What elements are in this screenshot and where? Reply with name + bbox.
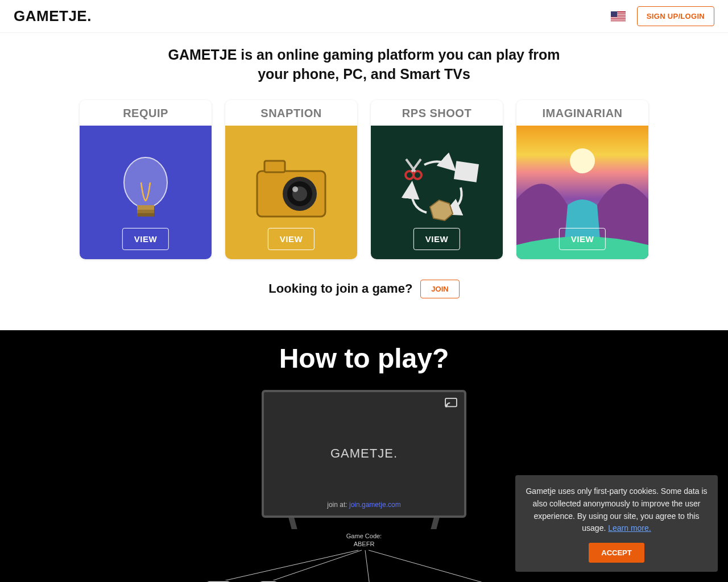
view-button[interactable]: VIEW [268,228,315,250]
game-card-snaption[interactable]: SNAPTION VIEW [225,100,357,259]
header-right: SIGN UP/LOGIN [611,6,714,26]
svg-rect-17 [454,161,479,182]
game-card-imaginarian[interactable]: IMAGINARIAN VIEW [516,100,648,259]
svg-rect-6 [611,20,626,21]
svg-point-15 [406,171,413,179]
game-card-title: IMAGINARIAN [516,100,648,126]
game-card-title: SNAPTION [225,100,357,126]
tv-join-prefix: join at: [327,501,347,509]
svg-line-23 [365,550,370,583]
rps-cycle-icon [386,146,488,239]
svg-point-18 [570,148,595,173]
hero-tagline: GAMETJE is an online gaming platform you… [159,45,569,84]
game-card-art: VIEW [80,126,212,259]
cast-icon [445,398,457,408]
game-code-label: Game Code: [346,532,382,540]
game-card-art: VIEW [225,126,357,259]
svg-point-14 [292,186,298,192]
svg-point-16 [413,171,421,179]
join-game-row: Looking to join a game? JOIN [0,280,728,298]
game-card-rps-shoot[interactable]: RPS SHOOT [371,100,503,259]
view-button[interactable]: VIEW [559,228,606,250]
camera-icon [249,154,334,230]
tv-device-icon: GAMETJE. join at: join.gametje.com [262,390,466,518]
game-cards-row: REQUIP VIEW SNAPTION [0,100,728,259]
view-button[interactable]: VIEW [413,228,460,250]
cookie-accept-button[interactable]: ACCEPT [589,543,644,563]
tv-stand-icon [288,518,297,529]
game-card-requip[interactable]: REQUIP VIEW [80,100,212,259]
svg-rect-5 [611,19,626,19]
cookie-learn-more-link[interactable]: Learn more. [608,523,651,533]
site-header: GAMETJE. SIGN UP/LOGIN [0,0,728,33]
svg-rect-10 [264,161,285,172]
how-to-play-diagram: GAMETJE. join at: join.gametje.com Game … [188,390,540,583]
svg-line-21 [218,550,358,582]
phone-device-icon [257,580,280,583]
svg-rect-4 [611,17,626,18]
svg-point-20 [446,406,448,408]
svg-rect-7 [611,11,617,17]
game-card-art: VIEW [371,126,503,259]
tv-join-text: join at: join.gametje.com [327,501,400,509]
site-logo[interactable]: GAMETJE. [14,7,92,25]
tv-brand-text: GAMETJE. [330,446,398,461]
game-card-art: VIEW [516,126,648,259]
phone-device-icon [205,580,232,583]
cookie-banner: Gametje uses only first-party cookies. S… [515,475,718,572]
game-code-value: ABEFR [346,540,382,548]
join-button[interactable]: JOIN [420,280,459,298]
tv-join-link: join.gametje.com [349,501,401,509]
game-code: Game Code: ABEFR [346,532,382,548]
tv-stand-icon [431,518,439,529]
how-to-play-heading: How to play? [0,343,728,374]
view-button[interactable]: VIEW [122,228,169,250]
hero-section: GAMETJE is an online gaming platform you… [0,33,728,330]
us-flag-icon[interactable] [611,11,626,22]
join-prompt: Looking to join a game? [268,281,412,296]
svg-line-24 [369,550,489,583]
signup-login-button[interactable]: SIGN UP/LOGIN [637,6,714,26]
game-card-title: RPS SHOOT [371,100,503,126]
svg-line-22 [268,550,362,582]
lightbulb-icon [120,151,171,233]
game-card-title: REQUIP [80,100,212,126]
